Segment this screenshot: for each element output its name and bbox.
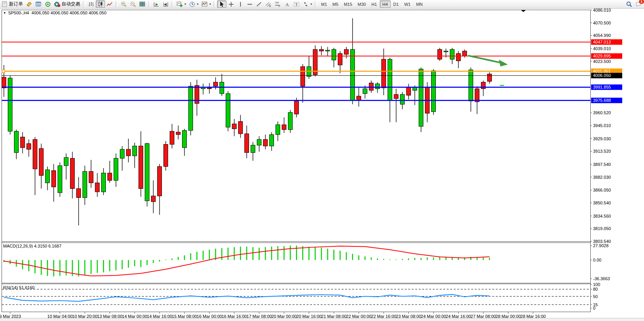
candle — [102, 173, 106, 192]
text-label-button[interactable]: T — [292, 0, 301, 8]
price-axis-label: 4086.010 — [593, 9, 611, 12]
toolbar-separator — [214, 1, 216, 7]
candle — [158, 166, 162, 196]
candle — [282, 125, 286, 130]
trend-arrow-annotation[interactable] — [468, 56, 500, 63]
timeframe-M30[interactable]: M30 — [355, 0, 369, 8]
profiles-button[interactable] — [25, 0, 34, 8]
arrows-button[interactable]: ▾ — [301, 0, 314, 8]
cursor-button[interactable] — [217, 0, 226, 8]
market-watch-button[interactable] — [34, 0, 43, 8]
text-button[interactable]: A — [283, 0, 292, 8]
search-button[interactable] — [626, 1, 632, 7]
candle — [189, 86, 193, 131]
channel-icon: E — [265, 1, 272, 7]
candle — [145, 143, 149, 201]
candle — [357, 96, 361, 100]
shapes-icon — [303, 1, 309, 7]
tile-windows-button[interactable] — [138, 0, 147, 8]
horizontal-line-button[interactable] — [245, 0, 254, 8]
tiles-icon — [139, 1, 146, 7]
candle — [444, 51, 448, 52]
templates-button[interactable]: ▾ — [200, 0, 212, 8]
candle — [394, 94, 398, 99]
new-order-button[interactable]: 新订单 — [0, 0, 25, 8]
candle — [301, 66, 305, 86]
auto-scroll-button[interactable] — [152, 0, 161, 8]
price-badge-value: 4029.895 — [593, 54, 611, 58]
timeframe-H4[interactable]: H4 — [380, 0, 391, 8]
autotrade-button[interactable]: 自动交易 — [53, 0, 82, 8]
zoom-in-button[interactable] — [119, 0, 128, 8]
candle — [388, 59, 392, 100]
timeframe-M1[interactable]: M1 — [318, 0, 330, 8]
timeframe-M15[interactable]: M15 — [341, 0, 355, 8]
navigator-button[interactable] — [43, 0, 53, 8]
candle — [182, 131, 187, 148]
timeframe-MN[interactable]: MN — [413, 0, 425, 8]
candle — [133, 146, 137, 156]
timeframe-H1[interactable]: H1 — [369, 0, 379, 8]
timeframe-W1[interactable]: W1 — [402, 0, 414, 8]
candle — [176, 132, 181, 134]
equidistant-channel-button[interactable]: E — [264, 0, 273, 8]
search-icon — [626, 1, 632, 7]
hline-icon — [247, 1, 253, 7]
fibonacci-button[interactable]: F — [273, 0, 283, 8]
periodicity-button[interactable]: ▾ — [188, 0, 200, 8]
candle — [83, 171, 87, 197]
candle — [338, 54, 342, 65]
candle — [488, 74, 492, 81]
zoom-out-button[interactable] — [128, 0, 138, 8]
price-axis-label: 3882.030 — [593, 175, 611, 180]
bar-chart-button[interactable] — [86, 0, 96, 8]
candle — [400, 94, 405, 104]
svg-text:A: A — [285, 2, 289, 7]
price-axis-label: 4070.500 — [593, 21, 611, 25]
line-chart-button[interactable] — [105, 0, 114, 8]
candle — [450, 49, 454, 59]
price-badge-value: 3991.855 — [593, 85, 611, 89]
candle — [326, 50, 330, 51]
price-axis-label: 4023.500 — [593, 59, 611, 64]
timeframe-M5[interactable]: M5 — [330, 0, 341, 8]
chevron-down-icon: ▾ — [311, 3, 312, 6]
candle-chart-button[interactable] — [96, 0, 105, 8]
text-a-icon: A — [284, 1, 290, 7]
candle — [46, 170, 50, 183]
fibo-icon: F — [275, 1, 281, 7]
candle — [239, 122, 243, 134]
price-axis-label: 4054.990 — [593, 33, 611, 38]
new-order-label: 新订单 — [9, 1, 23, 7]
candle — [77, 188, 81, 197]
chart-shift-marker-icon[interactable] — [521, 10, 526, 12]
autotrade-label: 自动交易 — [61, 1, 80, 7]
chevron-down-icon: ▾ — [184, 3, 186, 6]
crosshair-button[interactable] — [226, 0, 236, 8]
candle — [456, 54, 461, 61]
vline-icon — [237, 1, 244, 7]
candle — [332, 49, 336, 60]
rsi-axis-label: 0 — [593, 306, 595, 311]
candle — [14, 131, 19, 153]
vertical-line-button[interactable] — [236, 0, 245, 8]
new-chart-button[interactable]: ▾ — [175, 0, 188, 8]
trendline-button[interactable] — [254, 0, 264, 8]
price-axis-label: 4039.010 — [593, 46, 611, 51]
macd-axis-label: 27.9028 — [593, 243, 609, 248]
trend-arrow-head[interactable] — [499, 60, 508, 67]
timeframe-D1[interactable]: D1 — [391, 0, 402, 8]
price-axis-label: 3929.030 — [593, 136, 611, 141]
candle — [27, 143, 31, 149]
candle — [344, 49, 349, 54]
navigator-icon — [45, 1, 51, 7]
price-axis-label: 3897.540 — [593, 162, 611, 167]
chart-shift-button[interactable] — [161, 0, 170, 8]
notifications-button[interactable]: 1 — [635, 1, 642, 7]
level-drag-handle[interactable] — [2, 70, 5, 73]
toolbar-separator — [172, 1, 174, 7]
candle — [363, 89, 367, 94]
candle — [207, 88, 212, 89]
cursor-icon — [219, 1, 225, 7]
candle — [432, 71, 436, 112]
